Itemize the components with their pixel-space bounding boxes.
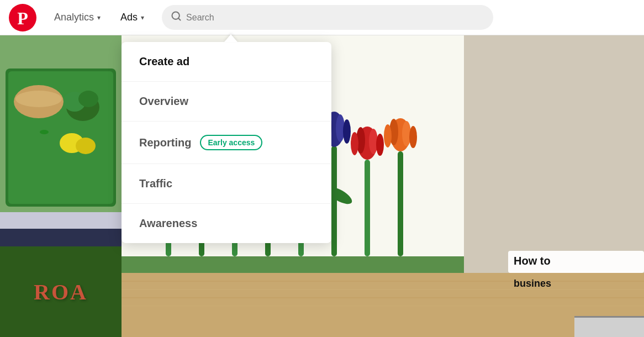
reporting-label: Reporting xyxy=(139,136,191,149)
ads-nav-link[interactable]: Ads ▾ xyxy=(112,7,153,28)
nav-links: Analytics ▾ Ads ▾ xyxy=(45,7,153,28)
analytics-nav-link[interactable]: Analytics ▾ xyxy=(45,7,109,28)
traffic-label: Traffic xyxy=(139,177,172,190)
awareness-label: Awareness xyxy=(139,217,197,230)
pinterest-logo[interactable]: P xyxy=(9,4,36,31)
roa-text-container: ROA xyxy=(0,246,122,337)
svg-point-11 xyxy=(40,130,49,134)
dropdown-arrow-indicator xyxy=(224,34,237,42)
dropdown-item-awareness[interactable]: Awareness xyxy=(122,204,331,243)
dropdown-item-overview[interactable]: Overview xyxy=(122,82,331,122)
svg-point-71 xyxy=(384,124,392,148)
svg-line-1 xyxy=(178,18,181,20)
svg-point-13 xyxy=(76,138,96,154)
food-svg xyxy=(0,35,122,256)
search-icon xyxy=(171,10,182,24)
analytics-chevron-icon: ▾ xyxy=(97,14,101,22)
svg-point-66 xyxy=(351,132,358,155)
svg-text:busines: busines xyxy=(514,278,551,289)
analytics-label: Analytics xyxy=(54,12,94,23)
dropdown-item-reporting[interactable]: Reporting Early access xyxy=(122,122,331,164)
dropdown-item-create-ad[interactable]: Create ad xyxy=(122,42,331,82)
svg-rect-82 xyxy=(574,317,644,337)
svg-point-67 xyxy=(376,134,384,156)
svg-rect-24 xyxy=(331,146,337,256)
search-input[interactable] xyxy=(186,13,484,23)
svg-rect-83 xyxy=(574,316,644,318)
svg-rect-25 xyxy=(365,160,370,256)
svg-point-72 xyxy=(409,126,417,148)
early-access-badge: Early access xyxy=(200,135,262,150)
svg-point-6 xyxy=(15,91,62,107)
food-image: ROA xyxy=(0,35,122,337)
navbar: P Analytics ▾ Ads ▾ xyxy=(0,0,644,35)
ads-dropdown-menu: Create ad Overview Reporting Early acces… xyxy=(122,42,331,243)
create-ad-label: Create ad xyxy=(139,55,189,68)
ads-label: Ads xyxy=(120,12,138,23)
svg-text:How to: How to xyxy=(514,255,551,267)
svg-rect-74 xyxy=(122,273,644,337)
search-bar[interactable] xyxy=(162,5,493,30)
svg-point-62 xyxy=(343,119,351,144)
svg-rect-26 xyxy=(398,151,403,256)
food-container: ROA xyxy=(0,35,122,337)
ads-chevron-icon: ▾ xyxy=(141,14,144,22)
logo-letter: P xyxy=(17,9,28,27)
overview-label: Overview xyxy=(139,95,188,108)
roa-text: ROA xyxy=(34,279,88,305)
svg-point-9 xyxy=(78,91,98,107)
svg-rect-73 xyxy=(122,256,464,273)
dropdown-item-traffic[interactable]: Traffic xyxy=(122,164,331,204)
